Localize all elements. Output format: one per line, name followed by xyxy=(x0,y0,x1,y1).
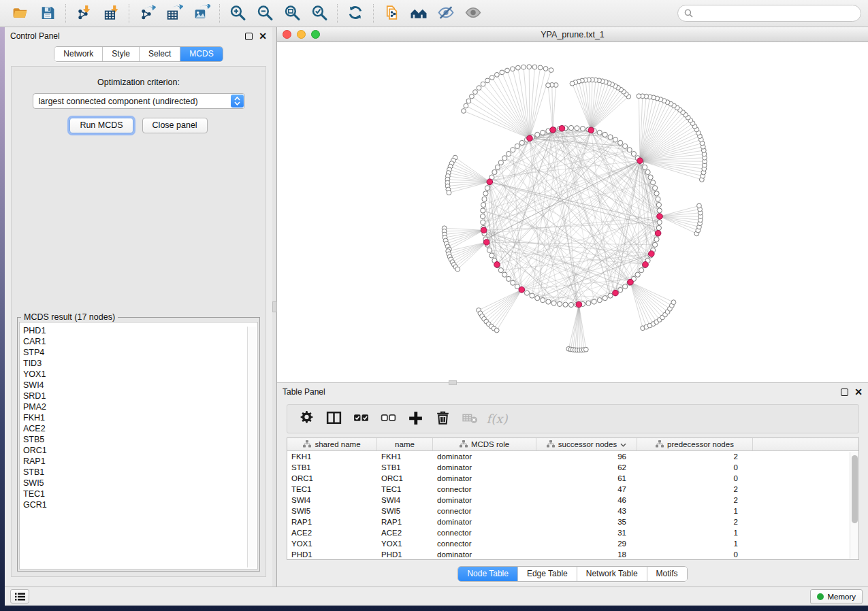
search-input[interactable] xyxy=(696,9,854,18)
graph-node[interactable] xyxy=(489,75,494,80)
mcds-node-item[interactable]: SRD1 xyxy=(23,391,257,401)
mcds-node-item[interactable]: STB1 xyxy=(23,467,257,478)
table-cell[interactable]: STB1 xyxy=(287,462,377,473)
column-header-successor-nodes[interactable]: successor nodes xyxy=(536,438,637,450)
table-cell[interactable]: SWI5 xyxy=(377,506,433,516)
mcds-node-item[interactable]: RAP1 xyxy=(23,456,257,467)
table-row[interactable]: RAP1RAP1dominator352 xyxy=(287,516,858,527)
column-header-name[interactable]: name xyxy=(377,438,433,450)
table-cell[interactable]: connector xyxy=(433,527,536,538)
horizontal-splitter-handle[interactable] xyxy=(449,380,457,385)
automation-panel-button[interactable] xyxy=(10,589,29,604)
graph-node[interactable] xyxy=(473,90,478,95)
table-cell[interactable]: ORC1 xyxy=(377,473,433,484)
graph-node[interactable] xyxy=(623,144,628,148)
graph-node[interactable] xyxy=(466,99,471,103)
export-image-button[interactable] xyxy=(188,2,215,25)
graph-node[interactable] xyxy=(487,248,492,252)
table-cell[interactable]: 2 xyxy=(637,516,753,527)
graph-node[interactable] xyxy=(498,268,503,273)
show-column-button[interactable] xyxy=(321,408,346,431)
table-settings-button[interactable] xyxy=(294,408,319,431)
select-all-button[interactable] xyxy=(349,408,373,431)
graph-node[interactable] xyxy=(656,202,661,207)
table-cell[interactable]: FKH1 xyxy=(377,451,433,462)
table-cell[interactable]: 2 xyxy=(637,495,753,506)
deselect-all-button[interactable] xyxy=(376,408,400,431)
graph-node[interactable] xyxy=(671,300,676,305)
graph-node[interactable] xyxy=(543,67,548,71)
mcds-node-item[interactable]: YOX1 xyxy=(23,369,257,380)
graph-node[interactable] xyxy=(597,130,602,135)
graph-node[interactable] xyxy=(485,186,489,191)
tab-select[interactable]: Select xyxy=(140,47,180,61)
graph-node[interactable] xyxy=(546,83,551,88)
mcds-node-item[interactable]: ACE2 xyxy=(23,423,257,434)
table-row[interactable]: SWI4SWI4dominator462 xyxy=(287,495,858,506)
graph-node[interactable] xyxy=(592,299,596,304)
tab-style[interactable]: Style xyxy=(103,47,140,61)
zoom-in-button[interactable] xyxy=(224,2,251,25)
table-cell[interactable]: SWI4 xyxy=(287,495,377,506)
table-cell[interactable]: ORC1 xyxy=(287,473,377,484)
table-cell[interactable]: connector xyxy=(433,538,536,549)
table-cell[interactable]: YOX1 xyxy=(377,538,433,549)
graph-node[interactable] xyxy=(447,191,451,195)
graph-node[interactable] xyxy=(489,253,494,258)
graph-hub-node[interactable] xyxy=(494,262,500,268)
table-cell[interactable]: connector xyxy=(433,484,536,495)
graph-node[interactable] xyxy=(549,68,553,73)
float-panel-icon[interactable] xyxy=(245,33,253,40)
tab-network[interactable]: Network xyxy=(54,47,103,61)
refresh-layout-button[interactable] xyxy=(342,2,369,25)
graph-node[interactable] xyxy=(492,169,497,174)
graph-node[interactable] xyxy=(494,328,499,333)
table-cell[interactable]: 2 xyxy=(637,484,753,495)
table-row[interactable]: STB1STB1dominator620 xyxy=(287,462,858,473)
import-table-button[interactable] xyxy=(97,2,125,25)
graph-hub-node[interactable] xyxy=(576,301,582,308)
table-cell[interactable]: dominator xyxy=(433,549,536,560)
table-cell[interactable]: SWI4 xyxy=(377,495,433,506)
graph-node[interactable] xyxy=(583,347,588,352)
table-cell[interactable]: connector xyxy=(433,506,536,516)
graph-node[interactable] xyxy=(654,191,659,196)
table-cell[interactable]: 61 xyxy=(536,473,637,484)
table-cell[interactable]: dominator xyxy=(433,473,536,484)
graph-node[interactable] xyxy=(502,272,507,277)
add-entry-button[interactable] xyxy=(403,408,428,431)
zoom-out-button[interactable] xyxy=(251,2,278,25)
import-network-button[interactable] xyxy=(70,2,97,25)
table-scrollbar[interactable] xyxy=(850,452,858,559)
table-cell[interactable]: 2 xyxy=(637,451,753,462)
table-cell[interactable]: 96 xyxy=(536,451,637,462)
graph-hub-node[interactable] xyxy=(559,125,565,131)
column-header-shared-name[interactable]: shared name xyxy=(287,438,377,450)
mcds-result-list[interactable]: PHD1CAR1STP4TID3YOX1SWI4SRD1PMA2FKH1ACE2… xyxy=(19,322,258,569)
float-table-panel-icon[interactable] xyxy=(841,389,848,396)
graph-hub-node[interactable] xyxy=(637,158,643,164)
duplicate-network-button[interactable] xyxy=(378,2,405,25)
table-cell[interactable]: 1 xyxy=(637,506,753,516)
table-cell[interactable]: 47 xyxy=(536,484,637,495)
graph-node[interactable] xyxy=(516,65,521,70)
graph-node[interactable] xyxy=(481,208,485,213)
mcds-node-item[interactable]: SWI5 xyxy=(23,478,257,489)
graph-node[interactable] xyxy=(648,175,653,180)
table-cell[interactable]: dominator xyxy=(433,516,536,527)
graph-node[interactable] xyxy=(485,78,490,83)
graph-hub-node[interactable] xyxy=(519,286,525,293)
close-panel-button[interactable]: Close panel xyxy=(142,118,208,133)
table-cell[interactable]: TEC1 xyxy=(287,484,377,495)
mcds-list-scrollbar[interactable] xyxy=(247,327,256,567)
graph-node[interactable] xyxy=(602,132,607,137)
graph-node[interactable] xyxy=(568,302,573,307)
graph-node[interactable] xyxy=(645,169,650,174)
graph-node[interactable] xyxy=(541,298,545,303)
graph-node[interactable] xyxy=(506,276,511,281)
graph-node[interactable] xyxy=(631,151,636,156)
vertical-splitter[interactable] xyxy=(272,27,277,587)
graph-node[interactable] xyxy=(495,165,500,169)
table-cell[interactable]: 31 xyxy=(536,527,637,538)
graph-node[interactable] xyxy=(483,191,488,196)
